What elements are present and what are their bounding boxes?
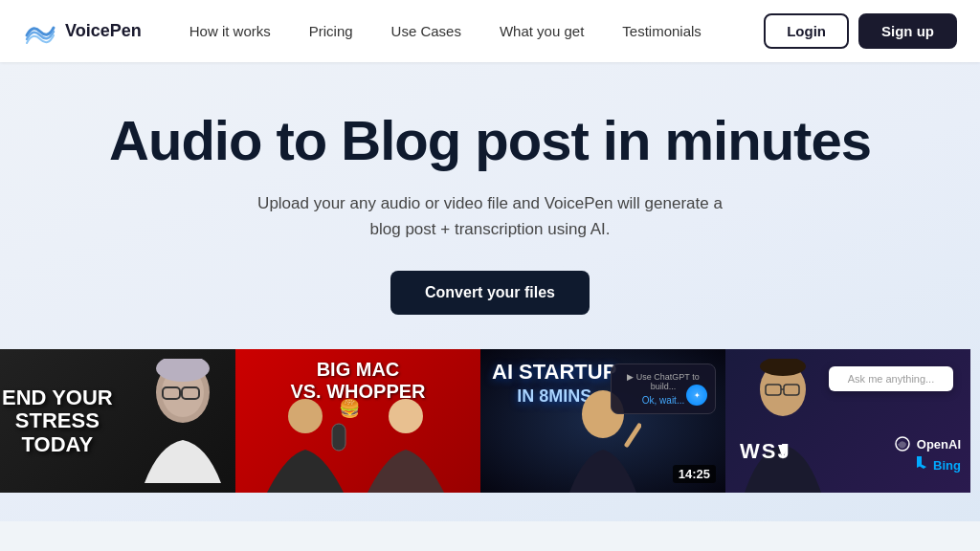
thumbnail-3[interactable]: AI STARTUPIn 8mins ▶ Use ChatGPT to buil… [480, 349, 725, 493]
thumb1-person [130, 359, 226, 483]
thumbnail-2[interactable]: BIG MACVS. WHOPPER 🍔 [235, 349, 480, 493]
nav-link-what-you-get[interactable]: What you get [482, 15, 601, 47]
thumb4-search-bar: Ask me anything... [829, 366, 953, 391]
openai-icon [894, 435, 911, 452]
nav-link-use-cases[interactable]: Use Cases [374, 15, 479, 47]
thumb1-inner: END YOURSTRESSTODAY [0, 349, 235, 493]
nav-links: How it works Pricing Use Cases What you … [172, 15, 764, 47]
nav-link-how-it-works[interactable]: How it works [172, 15, 288, 47]
hero-subtitle: Upload your any audio or video file and … [241, 190, 739, 242]
cta-button[interactable]: Convert your files [390, 271, 590, 315]
nav-link-testimonials[interactable]: Testimonials [605, 15, 719, 47]
svg-line-11 [627, 426, 639, 445]
thumbnail-1[interactable]: END YOURSTRESSTODAY [0, 349, 235, 493]
signup-button[interactable]: Sign up [858, 13, 957, 49]
navbar: VoicePen How it works Pricing Use Cases … [0, 0, 980, 62]
thumb3-inner: AI STARTUPIn 8mins ▶ Use ChatGPT to buil… [480, 349, 725, 493]
thumb4-wsj-badge: WSJ [740, 439, 791, 464]
thumb2-illustration: 🍔 [235, 397, 480, 493]
svg-point-8 [389, 399, 423, 433]
thumbnails-row: END YOURSTRESSTODAY [0, 349, 970, 493]
nav-link-pricing[interactable]: Pricing [292, 15, 370, 47]
thumbnail-4[interactable]: Ask me anything... WSJ OpenAI [725, 349, 970, 493]
svg-rect-7 [332, 424, 345, 451]
thumb4-search-text: Ask me anything... [848, 373, 935, 385]
thumb2-inner: BIG MACVS. WHOPPER 🍔 [235, 349, 480, 493]
hero-section: Audio to Blog post in minutes Upload you… [0, 62, 980, 521]
logo-icon [23, 14, 57, 49]
login-button[interactable]: Login [764, 13, 849, 49]
hero-title: Audio to Blog post in minutes [109, 110, 871, 171]
thumb4-wsj-label: WSJ [740, 439, 791, 463]
thumb4-openai-row: OpenAI [894, 435, 961, 452]
logo[interactable]: VoicePen [23, 14, 142, 49]
thumb4-inner: Ask me anything... WSJ OpenAI [725, 349, 970, 493]
svg-point-6 [288, 399, 323, 433]
bing-icon [914, 456, 927, 474]
thumb4-bing-row: Bing [914, 456, 961, 474]
thumb4-bing-label: Bing [933, 458, 961, 473]
thumb3-chat-popup: ▶ Use ChatGPT to build... Ok, wait... ✦ [611, 364, 716, 414]
logo-text: VoicePen [65, 21, 142, 41]
thumb4-openai-label: OpenAI [917, 437, 961, 452]
thumb3-duration-badge: 14:25 [673, 465, 716, 483]
thumb4-person [735, 359, 831, 493]
thumb1-title: END YOURSTRESSTODAY [2, 386, 113, 456]
nav-actions: Login Sign up [764, 13, 957, 49]
thumb4-logo-group: OpenAI Bing [894, 435, 961, 474]
svg-text:🍔: 🍔 [339, 398, 361, 419]
